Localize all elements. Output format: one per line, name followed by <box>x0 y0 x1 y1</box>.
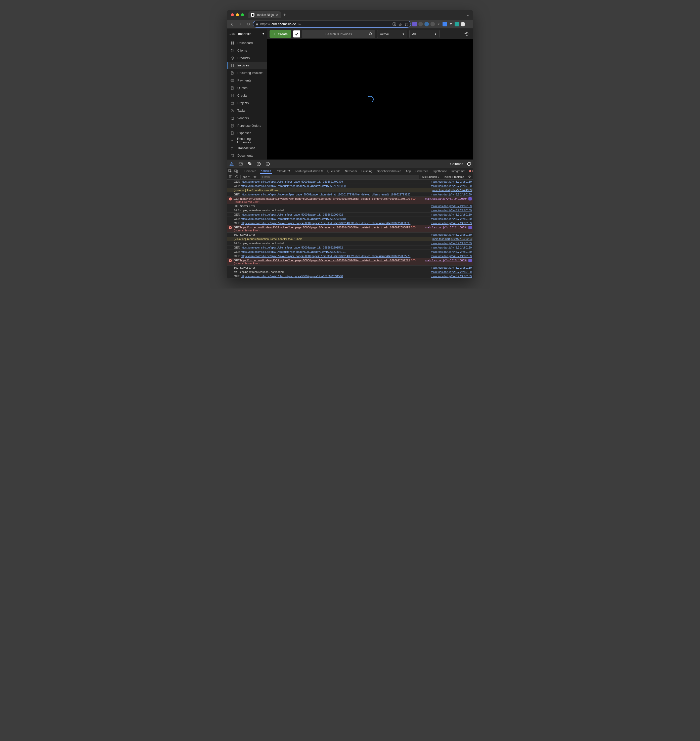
source-link[interactable]: main.foss.dart.js?v=5.7.24:80169 <box>429 213 472 216</box>
url-link[interactable]: https://crm.ecomsilio.de/api/v1/products… <box>241 184 346 187</box>
console-settings-icon[interactable]: ⚙ <box>467 175 472 179</box>
sidebar-item-dashboard[interactable]: Dashboard <box>227 39 267 47</box>
url-link[interactable]: https://crm.ecomsilio.de/api/v1/invoices… <box>240 226 410 229</box>
bookmark-icon[interactable] <box>404 22 408 26</box>
devtools-tab-memory[interactable]: Speicherverbrauch <box>376 168 402 174</box>
sidebar-item-invoices[interactable]: Invoices <box>227 62 267 69</box>
devtools-tab-perfstats[interactable]: Leistungsstatistiken⚗ <box>294 168 324 174</box>
source-link[interactable]: main.foss.dart.js?v=5.7.24:80169 <box>429 246 472 249</box>
source-link[interactable]: main.foss.dart.js?v=5.7.24:80169 <box>429 184 472 187</box>
sidebar-item-projects[interactable]: Projects <box>227 99 267 107</box>
history-button[interactable] <box>463 30 471 38</box>
type-filter[interactable]: All ▼ <box>409 30 440 38</box>
levels-selector[interactable]: Alle Ebenen ▼ <box>420 175 441 179</box>
sidebar-item-expenses[interactable]: Expenses <box>227 130 267 137</box>
install-app-icon[interactable] <box>393 22 396 26</box>
devtools-tab-integromat[interactable]: Integromat <box>450 168 466 174</box>
eye-icon[interactable] <box>253 175 257 179</box>
info-icon[interactable] <box>265 161 271 167</box>
url-link[interactable]: https://crm.ecomsilio.de/api/v1/products… <box>241 250 346 253</box>
sidebar-item-purchase-orders[interactable]: Purchase Orders <box>227 122 267 130</box>
browser-tab[interactable]: ◧ Invoice Ninja ✕ <box>249 11 281 18</box>
forward-button[interactable] <box>237 21 243 27</box>
profile-avatar[interactable] <box>460 22 465 27</box>
tab-close-icon[interactable]: ✕ <box>276 13 278 16</box>
close-window[interactable] <box>231 13 234 16</box>
source-link[interactable]: main.foss.dart.js?v=5.7.24:80169 <box>429 270 472 273</box>
ext-icon-5[interactable]: ▼ <box>437 22 441 27</box>
sidebar-item-vendors[interactable]: Vendors <box>227 115 267 122</box>
source-link[interactable]: main.foss.dart.js?v=5.7.24:80169 <box>429 233 472 236</box>
devtools-tab-app[interactable]: App <box>405 168 412 174</box>
url-link[interactable]: https://crm.ecomsilio.de/api/v1/invoices… <box>241 255 410 258</box>
url-link[interactable]: https://crm.ecomsilio.de/api/v1/products… <box>241 217 346 220</box>
share-icon[interactable] <box>399 22 402 26</box>
source-link[interactable]: main.foss.dart.js?v=5.7.24:80169 <box>429 209 472 212</box>
source-link[interactable]: main.foss.dart.js?v=5.7.24:80169 <box>429 193 472 196</box>
sidebar-item-tasks[interactable]: Tasks <box>227 107 267 115</box>
sidebar-item-products[interactable]: Products <box>227 55 267 62</box>
reload-button[interactable] <box>245 21 251 27</box>
ext-icon-7[interactable] <box>454 22 459 27</box>
sidebar-item-clients[interactable]: Clients <box>227 47 267 55</box>
error-count[interactable]: ✕28 <box>469 169 473 172</box>
sidebar-item-transactions[interactable]: Transactions <box>227 144 267 152</box>
source-link[interactable]: main.foss.dart.js?v=5.7.24:80169 <box>429 217 472 220</box>
url-link[interactable]: https://crm.ecomsilio.de/api/v1/clients?… <box>241 275 343 278</box>
source-link[interactable]: main.foss.dart.js?v=5.7.24:80169 <box>429 266 472 269</box>
sidebar-item-recurring-invoices[interactable]: Recurring Invoices <box>227 69 267 77</box>
ext-icon-6[interactable] <box>443 22 447 27</box>
url-link[interactable]: https://crm.ecomsilio.de/api/v1/invoices… <box>240 197 410 200</box>
expand-icon[interactable]: ▸ <box>232 197 235 200</box>
source-link[interactable]: main.foss.dart.js?v=5.7.24:100694 <box>423 197 468 203</box>
url-link[interactable]: https://crm.ecomsilio.de/api/v1/invoices… <box>241 222 410 225</box>
expand-icon[interactable]: ▸ <box>232 226 235 229</box>
search-field[interactable] <box>302 30 375 38</box>
url-link[interactable]: https://crm.ecomsilio.de/api/v1/clients?… <box>241 213 343 216</box>
source-link[interactable]: main.foss.dart.js?v=5.7.24:9264 <box>431 237 472 240</box>
devtools-tab-sources[interactable]: Quellcode <box>326 168 341 174</box>
devtools-tab-lighthouse[interactable]: Lighthouse <box>432 168 448 174</box>
browser-menu-icon[interactable]: ⋮ <box>467 22 471 27</box>
source-link[interactable]: main.foss.dart.js?v=5.7.24:100694 <box>423 259 468 265</box>
extensions-puzzle-icon[interactable] <box>449 22 453 27</box>
inspect-icon[interactable] <box>228 169 232 173</box>
source-link[interactable]: main.foss.dart.js?v=5.7.24:80169 <box>429 205 472 208</box>
source-link[interactable]: main.foss.dart.js?v=5.7.24:4959 <box>431 189 472 192</box>
source-link[interactable]: main.foss.dart.js?v=5.7.24:80169 <box>429 250 472 253</box>
ext-icon-3[interactable] <box>424 22 429 27</box>
issues-indicator[interactable]: Keine Probleme <box>443 175 466 179</box>
ext-icon-4[interactable] <box>431 22 435 27</box>
select-all-checkbox[interactable] <box>293 31 300 37</box>
mail-icon[interactable] <box>238 161 243 167</box>
refresh-button[interactable] <box>467 162 471 166</box>
url-link[interactable]: https://crm.ecomsilio.de/api/v1/clients?… <box>241 180 343 183</box>
url-link[interactable]: https://crm.ecomsilio.de/api/v1/invoices… <box>240 259 410 262</box>
devtools-tab-performance[interactable]: Leistung <box>360 168 374 174</box>
sidebar-item-credits[interactable]: Credits <box>227 92 267 99</box>
sidebar-item-payments[interactable]: Payments <box>227 77 267 84</box>
ext-icon-2[interactable] <box>418 22 423 27</box>
warning-icon[interactable] <box>229 161 234 167</box>
device-toggle-icon[interactable] <box>234 169 238 173</box>
devtools-tab-network[interactable]: Netzwerk <box>344 168 358 174</box>
source-link[interactable]: main.foss.dart.js?v=5.7.24:80169 <box>429 242 472 245</box>
source-link[interactable]: main.foss.dart.js?v=5.7.24:80169 <box>429 275 472 278</box>
clear-console-icon[interactable] <box>234 175 239 179</box>
source-link[interactable]: main.foss.dart.js?v=5.7.24:80169 <box>429 180 472 183</box>
search-input[interactable] <box>305 32 373 36</box>
company-switcher[interactable]: …silio. Importilio … ▼ <box>227 29 267 39</box>
devtools-tab-console[interactable]: Konsole <box>260 168 272 174</box>
columns-button[interactable]: Columns <box>450 162 463 166</box>
tabs-menu-icon[interactable]: ⌄ <box>465 13 471 17</box>
chat-icon[interactable] <box>247 161 253 167</box>
help-icon[interactable] <box>256 161 262 167</box>
sidebar-item-recurring-expenses[interactable]: Recurring Expenses <box>227 137 267 144</box>
sidebar-item-quotes[interactable]: Quotes <box>227 84 267 92</box>
source-link[interactable]: main.foss.dart.js?v=5.7.24:100694 <box>423 226 468 232</box>
back-button[interactable] <box>229 21 235 27</box>
address-bar[interactable]: https://crm.ecomsilio.de/#/ <box>253 21 411 28</box>
url-link[interactable]: https://crm.ecomsilio.de/api/v1/clients?… <box>241 246 343 249</box>
list-view-icon[interactable] <box>279 161 285 167</box>
ext-icon-1[interactable] <box>412 22 417 27</box>
